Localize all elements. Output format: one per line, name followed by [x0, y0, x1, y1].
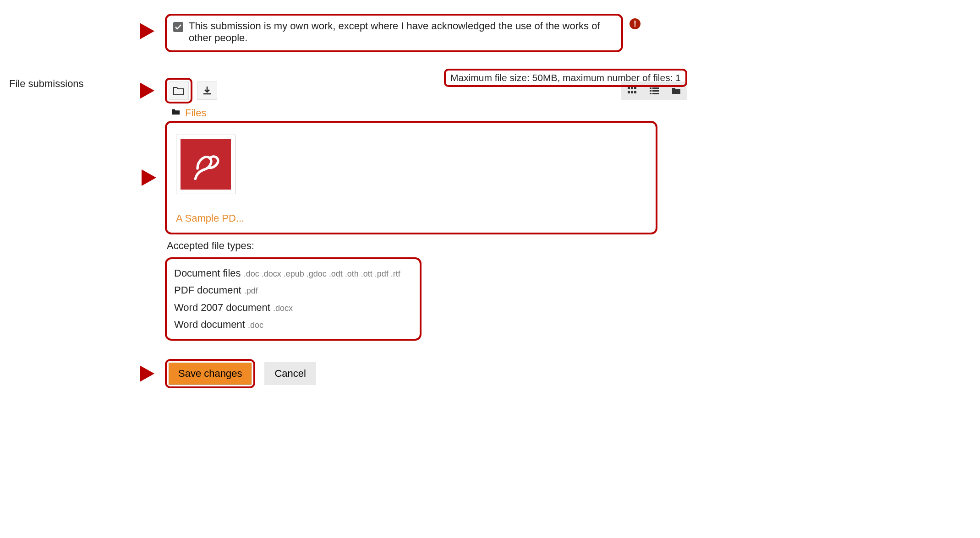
svg-rect-0: [628, 87, 630, 89]
annotation-arrow: [142, 169, 156, 186]
svg-rect-9: [652, 90, 659, 92]
svg-rect-2: [634, 87, 636, 89]
add-file-button-highlight: [165, 78, 192, 103]
declaration-box: This submission is my own work, except w…: [165, 14, 623, 52]
breadcrumb-files[interactable]: Files: [185, 107, 206, 119]
declaration-checkbox[interactable]: [173, 22, 183, 32]
pdf-icon: [181, 139, 231, 190]
svg-rect-4: [631, 91, 633, 93]
annotation-arrow: [140, 82, 154, 99]
add-file-button[interactable]: [169, 82, 189, 100]
accepted-types-label: Accepted file types:: [167, 240, 687, 252]
svg-rect-3: [628, 91, 630, 93]
svg-rect-7: [652, 87, 659, 89]
type-row: Word document .doc: [174, 316, 412, 333]
type-row: PDF document .pdf: [174, 282, 412, 299]
svg-rect-6: [650, 87, 652, 89]
save-button-highlight: Save changes: [165, 359, 255, 388]
svg-rect-10: [650, 93, 652, 94]
accepted-types-box: Document files .doc .docx .epub .gdoc .o…: [165, 257, 422, 341]
type-row: Document files .doc .docx .epub .gdoc .o…: [174, 265, 412, 282]
file-thumb[interactable]: [176, 135, 235, 194]
file-submissions-label: File submissions: [9, 78, 147, 90]
list-icon: [649, 87, 659, 95]
type-row: Word 2007 document .docx: [174, 299, 412, 316]
folder-icon: [173, 86, 185, 96]
annotation-arrow: [140, 23, 154, 39]
cancel-button[interactable]: Cancel: [264, 362, 316, 385]
folder-mini-icon: [171, 107, 181, 119]
svg-rect-1: [631, 87, 633, 89]
file-name[interactable]: A Sample PD...: [176, 212, 646, 224]
download-button[interactable]: [197, 82, 217, 100]
required-icon: !: [630, 18, 641, 29]
svg-rect-8: [650, 90, 652, 92]
svg-rect-11: [652, 93, 659, 94]
grid-icon: [627, 87, 637, 95]
save-changes-button[interactable]: Save changes: [169, 363, 252, 385]
declaration-text: This submission is my own work, except w…: [189, 20, 613, 44]
svg-rect-5: [634, 91, 636, 93]
annotation-arrow: [140, 365, 154, 382]
file-limits: Maximum file size: 50MB, maximum number …: [444, 69, 687, 87]
download-icon: [202, 86, 212, 96]
file-drop-area[interactable]: A Sample PD...: [165, 121, 657, 234]
folder-solid-icon: [671, 86, 681, 95]
